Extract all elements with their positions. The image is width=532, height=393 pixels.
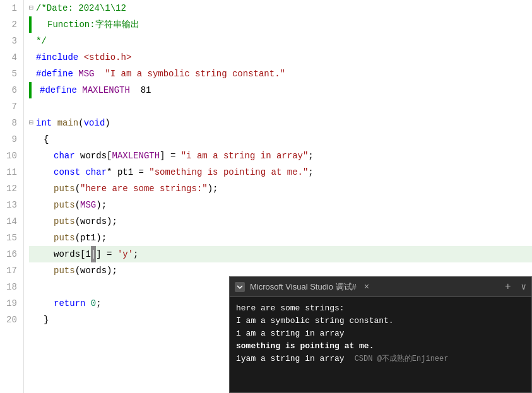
line-num-17: 17 (6, 262, 17, 279)
line-num-14: 14 (6, 213, 17, 230)
code-text-14b: (words); (75, 213, 117, 230)
code-text-5d: "I am a symbolic string constant." (105, 66, 285, 82)
code-text-8b: main (57, 115, 79, 131)
code-text-17b: (words); (75, 262, 117, 279)
code-text-11a: const (54, 164, 85, 180)
code-line-1: ⊟ /*Date: 2024\1\12 (29, 0, 532, 16)
code-text-19c: ; (96, 295, 101, 312)
code-text-5a: #define (36, 66, 78, 82)
line-numbers: 1 2 3 4 5 6 7 8 9 10 11 12 13 14 15 16 1… (0, 0, 24, 393)
terminal-line-2: I am a symbolic string constant. (236, 315, 525, 327)
code-text-12a: puts (54, 180, 75, 197)
code-line-2: ⊟ Function:字符串输出 (29, 16, 532, 33)
code-text-8c: ( (78, 115, 83, 131)
code-text-10b: words[ (80, 148, 112, 164)
code-line-12: ⊟ puts("here are some strings:"); (29, 180, 532, 197)
code-line-15: ⊟ puts(pt1); (29, 230, 532, 246)
code-line-13: ⊟ puts(MSG); (29, 197, 532, 213)
code-text-4a: #include (36, 49, 84, 66)
line-num-16: 16 (6, 246, 17, 262)
line-num-20: 20 (6, 312, 17, 328)
code-text-17a: puts (54, 262, 75, 279)
code-text-8e: ) (105, 115, 110, 131)
code-text-2: Function:字符串输出 (47, 16, 139, 33)
line-num-1: 1 (6, 0, 17, 16)
code-line-5: ⊟ #define MSG "I am a symbolic string co… (29, 66, 532, 82)
code-text-10a: char (54, 148, 80, 164)
svg-rect-0 (236, 283, 244, 291)
code-text-9: { (44, 131, 49, 148)
terminal-titlebar: Microsoft Visual Studio 调试# × + ∨ (230, 277, 531, 297)
code-text-20: } (44, 312, 49, 328)
terminal-line-5: iyam a string in arrayCSDN @不成熟的Enjineer (236, 353, 525, 365)
terminal-plus-button[interactable]: + (505, 281, 511, 293)
code-text-11c: * pt1 = (107, 164, 149, 180)
line-num-11: 11 (6, 164, 17, 180)
editor-area: 1 2 3 4 5 6 7 8 9 10 11 12 13 14 15 16 1… (0, 0, 532, 393)
terminal-line-3: i am a string in array (236, 327, 525, 340)
code-text-10f: ; (308, 148, 313, 164)
line-num-10: 10 (6, 148, 17, 164)
terminal-chevron-button[interactable]: ∨ (521, 281, 526, 292)
code-text-10d: ] = (160, 148, 181, 164)
code-text-13a: puts (54, 197, 75, 213)
code-text-1: /*Date: 2024\1\12 (36, 0, 126, 16)
code-text-12b: ( (75, 180, 80, 197)
code-text-12d: ); (208, 180, 218, 197)
terminal-app-icon (235, 282, 245, 292)
terminal-close-button[interactable]: × (364, 282, 369, 292)
terminal-title: Microsoft Visual Studio 调试# (250, 281, 357, 293)
code-line-7: ⊟ (29, 98, 532, 115)
code-text-19b: 0 (91, 295, 96, 312)
code-text-10c: MAXLENGTH (112, 148, 160, 164)
code-text-16c: 'y' (117, 246, 133, 262)
line-num-15: 15 (6, 230, 17, 246)
code-text-11d: "something is pointing at me." (149, 164, 308, 180)
code-text-16a: words[1 (54, 246, 91, 262)
line-num-7: 7 (6, 98, 17, 115)
code-text-5c (94, 66, 105, 82)
fold-8[interactable]: ⊟ (29, 115, 33, 131)
line-num-19: 19 (6, 295, 17, 312)
line-num-5: 5 (6, 66, 17, 82)
line-num-13: 13 (6, 197, 17, 213)
code-text-4b: <stdio.h> (84, 49, 132, 66)
code-line-10: ⊟ char words[MAXLENGTH] = "i am a string… (29, 148, 532, 164)
code-line-11: ⊟ const char* pt1 = "something is pointi… (29, 164, 532, 180)
line-num-18: 18 (6, 279, 17, 295)
terminal-window[interactable]: Microsoft Visual Studio 调试# × + ∨ here a… (229, 276, 532, 393)
code-text-14a: puts (54, 213, 75, 230)
line-num-9: 9 (6, 131, 17, 148)
code-text-8a: int (36, 115, 57, 131)
code-line-8: ⊟ int main(void) (29, 115, 532, 131)
line-num-6: 6 (6, 82, 17, 98)
line-num-8: 8 (6, 115, 17, 131)
code-text-15b: (pt1); (75, 230, 107, 246)
code-text-13d: ); (96, 197, 107, 213)
code-line-4: ⊟ #include <stdio.h> (29, 49, 532, 66)
code-text-16d: ; (133, 246, 138, 262)
code-text-16b: ] = (96, 246, 117, 262)
code-text-12c: "here are some strings:" (80, 180, 208, 197)
code-text-6a: #define (40, 82, 82, 98)
code-text-3: */ (36, 33, 47, 49)
fold-1[interactable]: ⊟ (29, 0, 33, 16)
terminal-line-4: something is pointing at me. (236, 340, 525, 353)
line-num-12: 12 (6, 180, 17, 197)
code-text-15a: puts (54, 230, 75, 246)
code-line-16: ⊟ words[1|] = 'y'; (29, 246, 532, 262)
code-line-14: ⊟ puts(words); (29, 213, 532, 230)
code-line-9: ⊟ { (29, 131, 532, 148)
green-bar-6 (29, 82, 32, 98)
code-text-5b: MSG (78, 66, 94, 82)
code-text-6c: 81 (130, 82, 151, 98)
code-text-13b: ( (75, 197, 80, 213)
code-text-19a: return (54, 295, 91, 312)
code-text-8d: void (84, 115, 105, 131)
line-num-4: 4 (6, 49, 17, 66)
code-text-11b: char (85, 164, 107, 180)
code-text-13c: MSG (80, 197, 96, 213)
terminal-line-1: here are some strings: (236, 302, 525, 315)
code-line-6: ⊟ #define MAXLENGTH 81 (29, 82, 532, 98)
terminal-body: here are some strings: I am a symbolic s… (230, 297, 531, 392)
